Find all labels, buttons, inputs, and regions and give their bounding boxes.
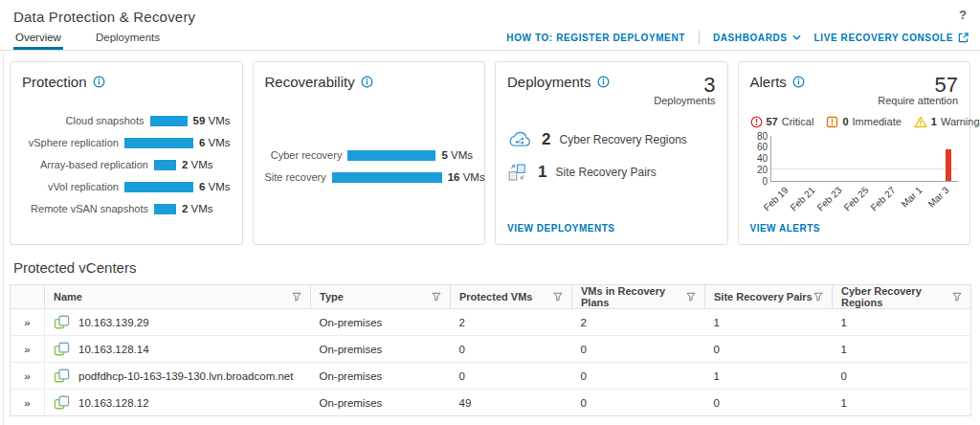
- summary-cards: Protection Cloud snapshots 59 VMs vSpher…: [0, 51, 980, 245]
- vms-in-recovery-plans-value: 0: [572, 363, 705, 390]
- protection-bar-row: Cloud snapshots 59 VMs: [22, 115, 231, 126]
- live-recovery-console-link[interactable]: LIVE RECOVERY CONSOLE: [814, 33, 969, 43]
- bar-value: 6 VMs: [199, 181, 231, 192]
- bar-value-number: 5: [441, 149, 447, 161]
- column-header-vms-in-recovery-plans[interactable]: VMs in Recovery Plans: [572, 285, 705, 309]
- vms-in-recovery-plans-value: 0: [572, 390, 705, 416]
- protection-bar-row: Remote vSAN snapshots 2 VMs: [22, 203, 231, 214]
- table-row[interactable]: » 10.163.139.29 On-premises 2 2 1 1: [11, 309, 971, 336]
- bar-value: 5 VMs: [441, 149, 473, 161]
- bar-label: Cyber recovery: [265, 149, 343, 161]
- info-icon[interactable]: [93, 76, 105, 88]
- site-recovery-pairs-count: 1: [538, 163, 546, 182]
- column-header-site-recovery-pairs[interactable]: Site Recovery Pairs: [705, 285, 833, 309]
- y-tick: 0: [750, 176, 768, 187]
- filter-icon[interactable]: [292, 292, 301, 302]
- bar-value-number: 6: [199, 181, 205, 192]
- dashboards-menu[interactable]: DASHBOARDS: [713, 33, 801, 43]
- deployments-total-number: 3: [654, 74, 715, 96]
- alerts-total: 57 Require attention: [878, 74, 958, 107]
- y-tick: 40: [750, 153, 768, 164]
- vcenter-icon: [54, 369, 70, 383]
- recoverability-title-label: Recoverability: [265, 74, 355, 90]
- column-label: Type: [320, 291, 344, 302]
- vms-in-recovery-plans-value: 2: [572, 309, 705, 336]
- critical-count: 57: [767, 116, 778, 127]
- tab-overview[interactable]: Overview: [13, 28, 63, 50]
- row-expand-toggle[interactable]: »: [11, 336, 45, 363]
- column-header-name[interactable]: Name: [45, 285, 311, 309]
- bar: [347, 150, 435, 161]
- critical-icon: [750, 116, 763, 128]
- deployments-card-title: Deployments: [507, 74, 610, 90]
- vcenter-type: On-premises: [311, 336, 451, 363]
- page-title: Data Protection & Recovery: [13, 9, 967, 25]
- column-header-type[interactable]: Type: [311, 285, 451, 309]
- protected-vms-value: 0: [451, 363, 572, 390]
- info-icon[interactable]: [597, 76, 610, 88]
- vcenter-name[interactable]: 10.163.128.12: [78, 397, 149, 409]
- warning-label: Warning: [941, 116, 980, 127]
- bar-value-unit: VMs: [463, 171, 485, 183]
- howto-register-deployment-link[interactable]: HOW TO: REGISTER DEPLOYMENT: [506, 33, 685, 43]
- alerts-plot-area: Feb 19 Feb 21 Feb 23 Feb 25 Feb 27 Mar 1…: [770, 136, 958, 222]
- vcenter-name[interactable]: 10.163.128.14: [78, 344, 149, 355]
- cyber-recovery-regions-value: 1: [833, 336, 971, 363]
- filter-icon[interactable]: [813, 292, 823, 302]
- recoverability-bar-row: Cyber recovery 5 VMs: [265, 149, 474, 161]
- table-row[interactable]: » podfdhcp-10-163-139-130.lvn.broadcom.n…: [11, 363, 971, 390]
- bar: [124, 182, 193, 192]
- info-icon[interactable]: [361, 76, 373, 88]
- cloud-network-icon: [507, 130, 532, 149]
- data-protection-recovery-page: Data Protection & Recovery ? Overview De…: [0, 0, 980, 425]
- alerts-card-title: Alerts: [750, 74, 805, 90]
- live-recovery-console-label: LIVE RECOVERY CONSOLE: [814, 33, 953, 43]
- row-expand-toggle[interactable]: »: [11, 390, 45, 416]
- recoverability-bar-row: Site recovery 16 VMs: [265, 171, 474, 183]
- filter-icon[interactable]: [686, 292, 696, 302]
- cyber-recovery-regions-value: 1: [833, 390, 971, 416]
- filter-icon[interactable]: [553, 292, 563, 302]
- row-expand-toggle[interactable]: »: [11, 363, 45, 390]
- filter-icon[interactable]: [432, 292, 441, 302]
- protection-bar-row: Array-based replication 2 VMs: [22, 159, 231, 170]
- vcenter-name[interactable]: 10.163.139.29: [78, 317, 149, 328]
- immediate-stat: 0 Immediate: [826, 116, 901, 128]
- bar-value: 2 VMs: [182, 203, 213, 214]
- deployments-total-label: Deployments: [654, 96, 715, 107]
- row-expand-toggle[interactable]: »: [11, 309, 45, 336]
- alerts-title-label: Alerts: [750, 74, 787, 90]
- filter-icon[interactable]: [952, 292, 962, 302]
- table-row[interactable]: » 10.163.128.14 On-premises 0 0 0 1: [11, 336, 971, 363]
- bar-label: Site recovery: [265, 171, 326, 183]
- bar-value-number: 2: [182, 159, 188, 170]
- view-alerts-link[interactable]: VIEW ALERTS: [750, 223, 820, 234]
- bar-value-number: 16: [448, 171, 460, 183]
- bar: [154, 160, 176, 170]
- bar-value-number: 6: [199, 137, 205, 148]
- vcenter-name[interactable]: podfdhcp-10-163-139-130.lvn.broadcom.net: [78, 370, 293, 382]
- warning-count: 1: [931, 116, 937, 127]
- info-icon[interactable]: [792, 76, 805, 88]
- help-icon[interactable]: ?: [959, 8, 967, 22]
- site-recovery-pairs-value: 0: [705, 336, 833, 363]
- protection-bar-chart: Cloud snapshots 59 VMs vSphere replicati…: [22, 115, 231, 214]
- site-recovery-pairs-value: 1: [705, 363, 833, 390]
- alerts-x-axis: Feb 19 Feb 21 Feb 23 Feb 25 Feb 27 Mar 1…: [770, 182, 958, 222]
- deployments-card: Deployments 3 Deployments: [495, 61, 728, 245]
- warning-stat: 1 Warning: [914, 116, 980, 128]
- gridline-20: [771, 168, 958, 169]
- view-deployments-link[interactable]: VIEW DEPLOYMENTS: [507, 223, 614, 234]
- tab-deployments[interactable]: Deployments: [94, 28, 162, 50]
- alerts-card-head: Alerts 57 Require attention: [750, 74, 959, 107]
- table-row[interactable]: » 10.163.128.12 On-premises 49 0 0 1: [11, 390, 971, 416]
- vcenter-icon: [54, 342, 70, 356]
- bar-value: 6 VMs: [199, 137, 231, 148]
- y-tick: 80: [750, 131, 768, 142]
- deployments-title-label: Deployments: [507, 74, 591, 90]
- column-header-cyber-recovery-regions[interactable]: Cyber Recovery Regions: [833, 285, 971, 309]
- bar-value: 16 VMs: [448, 171, 485, 183]
- column-header-protected-vms[interactable]: Protected VMs: [451, 285, 572, 309]
- bar: [154, 204, 176, 214]
- vcenter-icon: [54, 395, 70, 410]
